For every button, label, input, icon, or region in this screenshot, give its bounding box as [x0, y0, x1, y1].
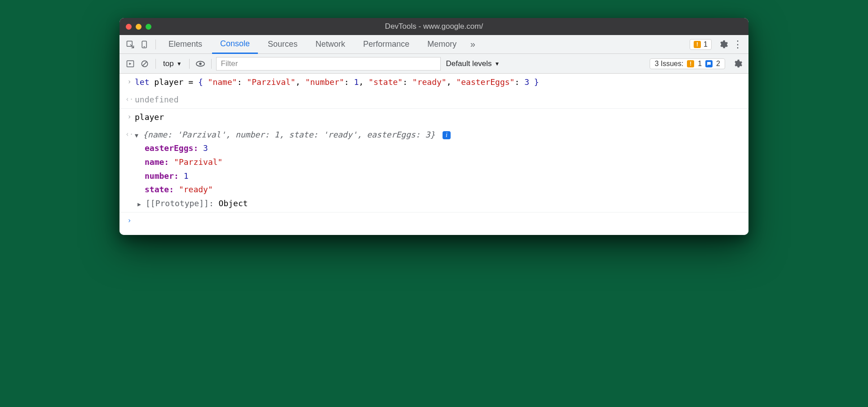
input-prompt-icon: ›: [124, 75, 135, 88]
object-property[interactable]: name: "Parzival": [124, 155, 744, 169]
warnings-count: 1: [704, 40, 708, 49]
disclosure-triangle-closed-icon[interactable]: ▶: [137, 199, 144, 209]
console-settings-icon[interactable]: [731, 58, 744, 70]
issues-label: 3 Issues:: [655, 60, 683, 68]
issues-info-count: 2: [716, 60, 720, 68]
message-icon: [705, 60, 713, 67]
console-result-line: ‹· undefined: [120, 91, 748, 109]
input-prompt-icon: ›: [124, 111, 135, 123]
result-text: undefined: [135, 93, 744, 107]
live-expression-icon[interactable]: [194, 58, 207, 70]
devtools-window: DevTools - www.google.com/ Elements Cons…: [120, 18, 748, 235]
console-object-output[interactable]: ‹· ▼{name: 'Parzival', number: 1, state:…: [120, 126, 748, 213]
issues-badge[interactable]: 3 Issues: ! 1 2: [650, 58, 725, 69]
chevron-down-icon: ▼: [177, 61, 182, 67]
filter-input[interactable]: [216, 57, 441, 71]
input-prompt-icon: ›: [124, 214, 135, 227]
titlebar: DevTools - www.google.com/: [120, 18, 748, 35]
warning-icon: !: [687, 60, 694, 67]
code-text: let player = { "name": "Parzival", "numb…: [135, 75, 744, 89]
object-property[interactable]: easterEggs: 3: [124, 142, 744, 155]
object-summary[interactable]: ▼{name: 'Parzival', number: 1, state: 'r…: [135, 128, 744, 142]
traffic-lights: [126, 24, 151, 30]
tab-network[interactable]: Network: [307, 35, 353, 54]
context-selector[interactable]: top ▼: [160, 58, 185, 69]
console-output: › let player = { "name": "Parzival", "nu…: [120, 74, 748, 235]
output-icon: ‹·: [124, 128, 135, 142]
tab-memory[interactable]: Memory: [419, 35, 465, 54]
minimize-icon[interactable]: [136, 24, 142, 30]
svg-point-8: [199, 62, 202, 65]
console-input-line[interactable]: › player: [120, 109, 748, 126]
sidebar-toggle-icon[interactable]: [124, 58, 137, 70]
more-tabs-icon[interactable]: »: [466, 38, 479, 51]
clear-console-icon[interactable]: [138, 58, 151, 70]
console-input-line[interactable]: › let player = { "name": "Parzival", "nu…: [120, 74, 748, 91]
object-property[interactable]: number: 1: [124, 169, 744, 183]
separator: [155, 59, 156, 69]
close-icon[interactable]: [126, 24, 132, 30]
kebab-menu-icon[interactable]: ⋮: [731, 38, 744, 51]
tab-sources[interactable]: Sources: [260, 35, 306, 54]
settings-icon[interactable]: [717, 38, 730, 51]
code-text: player: [135, 111, 744, 124]
separator: [189, 59, 190, 69]
log-levels-selector[interactable]: Default levels ▼: [446, 59, 500, 68]
console-toolbar: top ▼ Default levels ▼ 3 Issues: ! 1 2: [120, 54, 748, 74]
levels-label: Default levels: [446, 59, 492, 68]
separator: [155, 40, 156, 49]
tab-console[interactable]: Console: [212, 35, 258, 54]
context-label: top: [163, 59, 174, 68]
maximize-icon[interactable]: [146, 24, 151, 30]
info-icon[interactable]: i: [443, 131, 451, 139]
warnings-badge[interactable]: ! 1: [690, 39, 712, 50]
chevron-down-icon: ▼: [495, 61, 500, 67]
object-property[interactable]: state: "ready": [124, 183, 744, 197]
tab-performance[interactable]: Performance: [355, 35, 417, 54]
separator: [211, 59, 212, 69]
issues-warn-count: 1: [698, 60, 702, 68]
console-prompt[interactable]: ›: [120, 212, 748, 235]
warning-icon: !: [694, 41, 701, 48]
output-icon: ‹·: [124, 93, 135, 106]
svg-marker-4: [129, 62, 132, 65]
disclosure-triangle-open-icon[interactable]: ▼: [135, 131, 141, 141]
panel-tabs: Elements Console Sources Network Perform…: [120, 35, 748, 54]
window-title: DevTools - www.google.com/: [120, 22, 748, 31]
device-toggle-icon[interactable]: [138, 38, 151, 51]
inspect-icon[interactable]: [124, 38, 137, 51]
tab-elements[interactable]: Elements: [160, 35, 210, 54]
svg-line-6: [143, 62, 146, 65]
object-prototype[interactable]: ▶[[Prototype]]: Object: [124, 197, 744, 211]
